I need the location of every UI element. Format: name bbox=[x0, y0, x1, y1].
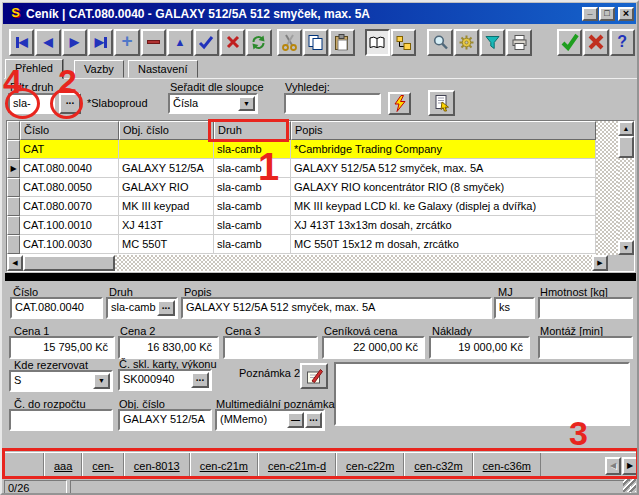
cell-popis[interactable]: *Cambridge Trading Company bbox=[291, 140, 596, 159]
dataset-tab-cen-c36m[interactable]: cen-c36m bbox=[473, 453, 541, 478]
search-execute-button[interactable] bbox=[388, 92, 411, 115]
skl-karta-browse-button[interactable]: ... bbox=[191, 372, 209, 388]
locks-button[interactable] bbox=[391, 29, 416, 56]
mmemo-clear-button[interactable]: — bbox=[287, 412, 304, 428]
refresh-button[interactable] bbox=[246, 29, 271, 56]
filter-button[interactable] bbox=[480, 29, 505, 56]
insert-record-button[interactable]: + bbox=[114, 29, 139, 56]
table-row[interactable]: ▶ CAT.080.0040 GALAXY 512/5A sla-camb GA… bbox=[7, 159, 596, 178]
table-row[interactable]: CAT.080.0050 GALAXY RIO sla-camb GALAXY … bbox=[7, 178, 596, 197]
grid-horizontal-scrollbar[interactable]: ◀ ▶ bbox=[7, 255, 634, 271]
table-row[interactable]: CAT.100.0010 XJ 413T sla-camb XJ 413T 13… bbox=[7, 216, 596, 235]
horizontal-scroll-thumb[interactable] bbox=[23, 255, 115, 271]
edit-record-button[interactable]: ▲ bbox=[167, 29, 192, 56]
storno-button[interactable] bbox=[583, 29, 608, 56]
dataset-tab-aaa[interactable]: aaa bbox=[44, 453, 82, 478]
grid-vertical-scrollbar[interactable]: ▲ ▼ bbox=[618, 121, 634, 255]
cell-cislo[interactable]: CAT.080.0040 bbox=[20, 159, 119, 178]
druh-browse-button[interactable]: ... bbox=[157, 300, 175, 316]
table-row[interactable]: CAT.080.0070 MK III keypad sla-camb MK I… bbox=[7, 197, 596, 216]
dataset-tabs-prev-button[interactable]: ◀ bbox=[605, 457, 621, 475]
column-header-druh[interactable]: Druh bbox=[214, 121, 291, 140]
help-button[interactable]: ? bbox=[610, 29, 635, 56]
book-view-button[interactable] bbox=[365, 29, 390, 56]
column-header-cislo[interactable]: Číslo bbox=[20, 121, 119, 140]
dataset-tab-cen-c32m[interactable]: cen-c32m bbox=[404, 453, 472, 478]
cell-druh[interactable]: sla-camb bbox=[214, 140, 291, 159]
horizontal-scroll-track[interactable] bbox=[115, 255, 592, 271]
search-input[interactable] bbox=[284, 93, 381, 114]
cell-popis[interactable]: GALAXY RIO koncentrátor RIO (8 smyček) bbox=[291, 178, 596, 197]
cell-obj-cislo[interactable]: XJ 413T bbox=[119, 216, 214, 235]
tab-nastaveni[interactable]: Nastavení bbox=[128, 60, 198, 78]
cena1-field[interactable]: 15 795,00 Kč bbox=[9, 336, 115, 359]
rozpocet-field[interactable] bbox=[9, 409, 113, 431]
cell-cislo[interactable]: CAT.080.0050 bbox=[20, 178, 119, 197]
cell-popis[interactable]: XJ 413T 13x13m dosah, zrcátko bbox=[291, 216, 596, 235]
scroll-up-button[interactable]: ▲ bbox=[618, 121, 634, 136]
dataset-tab-blank[interactable] bbox=[4, 453, 44, 478]
dataset-tab-cen-c21m-d[interactable]: cen-c21m-d bbox=[258, 453, 336, 478]
dataset-tab-cen-8013[interactable]: cen-8013 bbox=[124, 453, 190, 478]
cell-obj-cislo[interactable] bbox=[119, 140, 214, 159]
poznamka2-edit-button[interactable] bbox=[300, 363, 328, 389]
copy-button[interactable] bbox=[303, 29, 328, 56]
cell-cislo[interactable]: CAT.100.0030 bbox=[20, 235, 119, 254]
kde-dropdown-button[interactable]: ▼ bbox=[93, 373, 110, 389]
mmemo-browse-button[interactable]: ... bbox=[305, 412, 322, 428]
cell-cislo[interactable]: CAT.080.0070 bbox=[20, 197, 119, 216]
cell-obj-cislo[interactable]: GALAXY 512/5A bbox=[119, 159, 214, 178]
column-header-obj-cislo[interactable]: Obj. číslo bbox=[119, 121, 214, 140]
cell-popis[interactable]: GALAXY 512/5A 512 smyček, max. 5A bbox=[291, 159, 596, 178]
vertical-scroll-thumb[interactable] bbox=[618, 136, 634, 158]
filter-druh-input[interactable]: sla- bbox=[8, 93, 55, 114]
cancel-edit-button[interactable] bbox=[220, 29, 245, 56]
cell-druh[interactable]: sla-camb bbox=[214, 235, 291, 254]
cell-popis[interactable]: MC 550T 15x12 m dosah, zrcátko bbox=[291, 235, 596, 254]
sort-dropdown-button[interactable]: ▼ bbox=[238, 96, 255, 111]
print-button[interactable] bbox=[506, 29, 531, 56]
dataset-tab-cen[interactable]: cen- bbox=[82, 453, 123, 478]
cell-cislo[interactable]: CAT bbox=[20, 140, 119, 159]
skl-karta-field[interactable]: SK000940 ... bbox=[118, 369, 212, 391]
cell-druh[interactable]: sla-camb bbox=[214, 178, 291, 197]
cell-obj-cislo[interactable]: MC 550T bbox=[119, 235, 214, 254]
cell-druh[interactable]: sla-camb bbox=[214, 159, 291, 178]
kde-rezervovat-combobox[interactable]: S ▼ bbox=[9, 370, 113, 392]
scroll-right-button[interactable]: ▶ bbox=[592, 255, 608, 271]
cislo-field[interactable]: CAT.080.0040 bbox=[10, 297, 103, 319]
scroll-left-button[interactable]: ◀ bbox=[7, 255, 23, 271]
next-record-button[interactable]: ▶ bbox=[62, 29, 87, 56]
first-record-button[interactable]: ◀ bbox=[9, 29, 34, 56]
post-edit-button[interactable] bbox=[194, 29, 219, 56]
cena3-field[interactable] bbox=[223, 336, 318, 359]
settings-button[interactable] bbox=[454, 29, 479, 56]
cell-druh[interactable]: sla-camb bbox=[214, 197, 291, 216]
paste-button[interactable] bbox=[329, 29, 354, 56]
last-record-button[interactable]: ▶ bbox=[88, 29, 113, 56]
dataset-tab-cen-c21m[interactable]: cen-c21m bbox=[190, 453, 258, 478]
close-button[interactable]: × bbox=[618, 7, 634, 21]
vertical-scroll-track[interactable] bbox=[618, 158, 634, 240]
scroll-down-button[interactable]: ▼ bbox=[618, 240, 634, 255]
report-button[interactable] bbox=[428, 90, 455, 116]
cell-obj-cislo[interactable]: GALAXY RIO bbox=[119, 178, 214, 197]
cut-button[interactable] bbox=[277, 29, 302, 56]
splitter-bar[interactable] bbox=[5, 273, 636, 281]
hmotnost-field[interactable] bbox=[538, 297, 633, 319]
tab-vazby[interactable]: Vazby bbox=[74, 60, 124, 78]
cena2-field[interactable]: 16 830,00 Kč bbox=[118, 336, 219, 359]
dataset-tab-cen-c22m[interactable]: cen-c22m bbox=[336, 453, 404, 478]
maximize-button[interactable]: □ bbox=[599, 7, 615, 21]
dataset-tabs-next-button[interactable]: ▶ bbox=[622, 457, 638, 475]
table-row[interactable]: CAT sla-camb *Cambridge Trading Company bbox=[7, 140, 596, 159]
cell-druh[interactable]: sla-camb bbox=[214, 216, 291, 235]
cell-popis[interactable]: MK III keypad LCD kl. ke Galaxy (displej… bbox=[291, 197, 596, 216]
delete-record-button[interactable] bbox=[141, 29, 166, 56]
prior-record-button[interactable]: ◀ bbox=[35, 29, 60, 56]
search-button[interactable] bbox=[427, 29, 452, 56]
resize-grip[interactable] bbox=[623, 479, 636, 492]
cell-cislo[interactable]: CAT.100.0010 bbox=[20, 216, 119, 235]
cenikova-cena-field[interactable]: 22 000,00 Kč bbox=[322, 336, 425, 359]
mmemo-field[interactable]: (MMemo) — ... bbox=[215, 409, 325, 431]
